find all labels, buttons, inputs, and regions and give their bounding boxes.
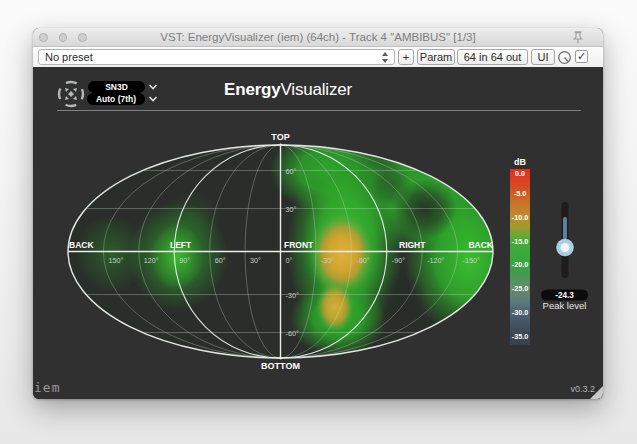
direction-label-back-left: BACK bbox=[69, 240, 94, 250]
meridian-tick: 150° bbox=[108, 256, 123, 265]
colorbar-tick: -15.0 bbox=[512, 237, 528, 246]
top-label: TOP bbox=[271, 132, 289, 142]
peak-level-label: Peak level bbox=[543, 300, 587, 311]
zoom-button[interactable] bbox=[78, 33, 87, 42]
bypass-checkbox[interactable]: ✓ bbox=[575, 50, 588, 63]
meridian-tick: 30° bbox=[250, 256, 261, 265]
slider-thumb-center bbox=[561, 243, 570, 252]
io-routing-button[interactable]: 64 in 64 out bbox=[457, 49, 528, 65]
minimize-button[interactable] bbox=[59, 33, 68, 42]
ui-button[interactable]: UI bbox=[531, 49, 555, 65]
range-slider[interactable] bbox=[556, 202, 574, 278]
pin-icon[interactable] bbox=[571, 30, 585, 45]
add-preset-button[interactable]: + bbox=[398, 49, 414, 65]
peak-value: -24.3 bbox=[555, 291, 574, 300]
energy-map: TOP BOTTOM BACK LEFT FRONT RIGHT BACK 15… bbox=[33, 67, 603, 399]
colorbar-tick: -10.0 bbox=[512, 213, 528, 222]
meridian-tick: 120° bbox=[144, 256, 159, 265]
iem-brand-text: iem bbox=[34, 380, 60, 395]
meridian-tick: -150° bbox=[463, 256, 480, 265]
direction-label-right: RIGHT bbox=[399, 240, 426, 250]
colorbar-tick: -25.0 bbox=[512, 284, 528, 293]
resize-grip[interactable] bbox=[590, 386, 603, 399]
colorbar-tick: -35.0 bbox=[512, 332, 528, 341]
direction-label-back-right: BACK bbox=[468, 240, 493, 250]
preset-stepper[interactable] bbox=[379, 51, 391, 63]
window-titlebar[interactable]: VST: EnergyVisualizer (iem) (64ch) - Tra… bbox=[33, 28, 603, 47]
window-title: VST: EnergyVisualizer (iem) (64ch) - Tra… bbox=[103, 28, 533, 46]
colorbar-unit: dB bbox=[514, 157, 526, 167]
colorbar-tick: -20.0 bbox=[512, 260, 528, 269]
meridian-tick: -90° bbox=[392, 256, 405, 265]
meridian-tick: 90° bbox=[179, 256, 190, 265]
traffic-lights bbox=[39, 33, 87, 42]
meridian-tick: 60° bbox=[215, 256, 226, 265]
meridian-tick: -60° bbox=[356, 256, 369, 265]
meridian-tick: -30° bbox=[321, 256, 334, 265]
parallel-tick: 30° bbox=[286, 205, 297, 214]
colorbar-tick: -30.0 bbox=[512, 308, 528, 317]
colorbar-tick: 0.0 bbox=[515, 169, 525, 178]
close-button[interactable] bbox=[39, 33, 48, 42]
energyvisualizer-panel: SN3D Auto (7th) EnergyVisualizer bbox=[33, 67, 603, 399]
param-button[interactable]: Param bbox=[417, 49, 455, 65]
host-toolbar: No preset + Param 64 in 64 out UI ✓ bbox=[33, 47, 603, 68]
parallel-tick: -30° bbox=[286, 291, 299, 300]
meridian-tick: 0° bbox=[286, 256, 293, 265]
colorbar-tick: -5.0 bbox=[514, 189, 526, 198]
parallel-tick: 60° bbox=[286, 167, 297, 176]
direction-label-left: LEFT bbox=[170, 240, 192, 250]
bottom-label: BOTTOM bbox=[261, 361, 300, 371]
chevron-down-icon bbox=[382, 59, 388, 63]
plugin-window: VST: EnergyVisualizer (iem) (64ch) - Tra… bbox=[33, 28, 603, 399]
parallel-tick: -60° bbox=[286, 329, 299, 338]
preset-combobox[interactable]: No preset bbox=[38, 49, 395, 65]
peak-readout: -24.3 Peak level bbox=[541, 290, 588, 312]
preset-value: No preset bbox=[45, 51, 93, 64]
meridian-tick: -120° bbox=[427, 256, 444, 265]
colorbar: dB 0.0 -5.0 -10.0 -15.0 -20.0 -25.0 -30.… bbox=[510, 157, 530, 345]
map-grid bbox=[68, 144, 493, 360]
checkmark-icon: ✓ bbox=[577, 50, 586, 62]
direction-label-front: FRONT bbox=[284, 240, 314, 250]
wet-dry-knob-icon[interactable] bbox=[557, 50, 572, 65]
chevron-up-icon bbox=[382, 52, 388, 56]
